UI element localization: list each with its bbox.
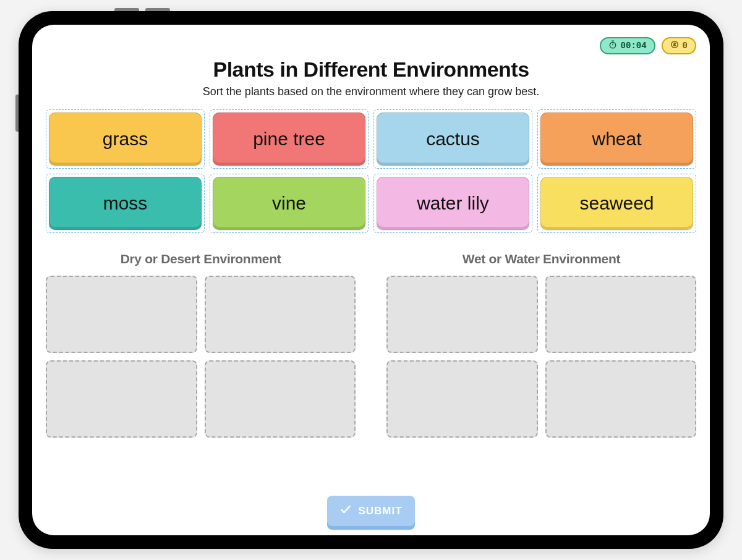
plant-source-cell: water lily bbox=[373, 174, 532, 233]
page-subtitle: Sort the plants based on the environment… bbox=[46, 85, 696, 98]
coins-pill: 0 bbox=[662, 37, 696, 54]
drop-slot[interactable] bbox=[46, 276, 197, 353]
plant-card[interactable]: cactus bbox=[377, 112, 529, 166]
plant-source-cell: seaweed bbox=[537, 174, 696, 233]
plant-label: wheat bbox=[592, 129, 641, 150]
plant-card[interactable]: wheat bbox=[540, 112, 693, 166]
plant-source-cell: moss bbox=[46, 174, 205, 233]
drop-group-title: Dry or Desert Environment bbox=[46, 252, 356, 266]
drop-slot[interactable] bbox=[386, 360, 538, 438]
drop-grid bbox=[46, 276, 356, 438]
drop-group: Dry or Desert Environment bbox=[46, 252, 356, 486]
device-power-button bbox=[15, 95, 19, 132]
drop-slot[interactable] bbox=[205, 276, 356, 353]
drop-group-title: Wet or Water Environment bbox=[386, 252, 696, 266]
submit-button[interactable]: SUBMIT bbox=[327, 496, 414, 526]
plant-label: seaweed bbox=[579, 193, 654, 214]
plant-label: water lily bbox=[417, 193, 489, 214]
drop-area: Dry or Desert EnvironmentWet or Water En… bbox=[46, 252, 696, 486]
plant-source-cell: vine bbox=[210, 174, 369, 233]
plant-card[interactable]: water lily bbox=[377, 177, 529, 230]
tablet-frame: 00:04 0 Plants in Different Environments… bbox=[19, 11, 723, 549]
device-volume-down bbox=[145, 8, 170, 11]
drop-slot[interactable] bbox=[46, 360, 197, 438]
drop-slot[interactable] bbox=[545, 360, 697, 438]
drop-slot[interactable] bbox=[386, 276, 538, 353]
plant-source-cell: grass bbox=[46, 109, 205, 169]
plant-card[interactable]: vine bbox=[213, 177, 365, 230]
submit-label: SUBMIT bbox=[358, 505, 402, 517]
drop-slot[interactable] bbox=[205, 360, 356, 438]
plant-card[interactable]: grass bbox=[49, 112, 202, 166]
plant-label: pine tree bbox=[253, 129, 325, 150]
plant-source-cell: wheat bbox=[537, 109, 696, 169]
plant-source-cell: pine tree bbox=[210, 109, 369, 169]
header: Plants in Different Environments Sort th… bbox=[46, 57, 696, 98]
timer-pill: 00:04 bbox=[600, 37, 655, 54]
coin-icon bbox=[670, 40, 679, 51]
drop-group: Wet or Water Environment bbox=[386, 252, 696, 486]
top-bar: 00:04 0 bbox=[46, 37, 696, 54]
plant-card[interactable]: seaweed bbox=[540, 177, 693, 230]
footer: SUBMIT bbox=[46, 496, 696, 526]
plant-card[interactable]: moss bbox=[49, 177, 202, 230]
plant-label: grass bbox=[103, 129, 148, 150]
plant-source-grid: grasspine treecactuswheatmossvinewater l… bbox=[46, 109, 696, 233]
screen: 00:04 0 Plants in Different Environments… bbox=[32, 25, 710, 535]
device-volume-up bbox=[114, 8, 139, 11]
coins-value: 0 bbox=[683, 41, 688, 51]
page-title: Plants in Different Environments bbox=[46, 57, 696, 82]
drop-grid bbox=[386, 276, 696, 438]
svg-point-0 bbox=[610, 43, 615, 48]
plant-card[interactable]: pine tree bbox=[213, 112, 365, 166]
plant-source-cell: cactus bbox=[373, 109, 532, 169]
plant-label: moss bbox=[103, 193, 148, 214]
plant-label: cactus bbox=[426, 129, 480, 150]
drop-slot[interactable] bbox=[545, 276, 697, 353]
timer-value: 00:04 bbox=[621, 41, 647, 51]
check-icon bbox=[339, 503, 352, 519]
stopwatch-icon bbox=[608, 40, 617, 51]
plant-label: vine bbox=[272, 193, 306, 214]
